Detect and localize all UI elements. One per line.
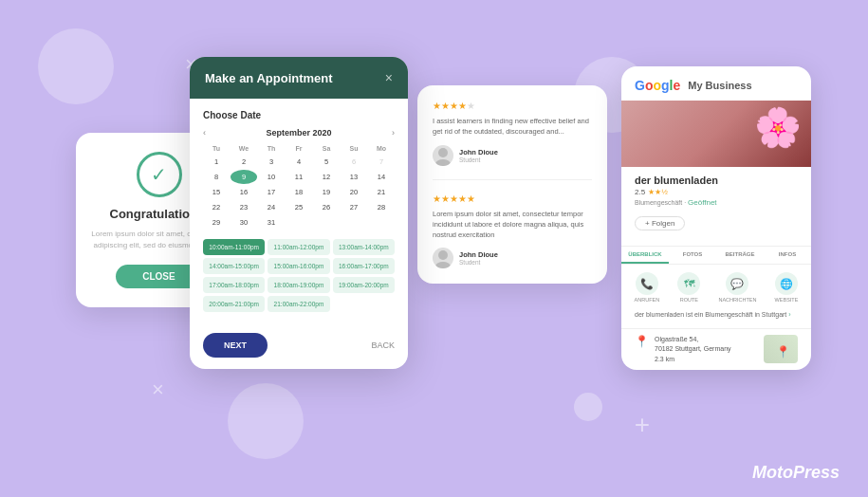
gmb-card: Google My Business 🌸 der blumenladen 2.5… [621, 66, 811, 370]
cal-day[interactable]: 7 [368, 155, 395, 169]
cal-day[interactable]: 19 [313, 185, 340, 199]
cal-day[interactable]: 27 [341, 200, 367, 214]
gmb-image: 🌸 [621, 101, 811, 167]
address-text: Olgastraße 54, 70182 Stuttgart, Germany … [655, 335, 731, 365]
time-slot[interactable]: 21:00am-22:00pm [268, 296, 329, 312]
cal-next[interactable]: › [392, 128, 395, 138]
reviews-card: ★★★★★ I assist learners in finding new e… [417, 85, 607, 284]
time-slot[interactable]: 14:00am-15:00pm [203, 258, 265, 274]
time-slot[interactable]: 10:00am-11:00pm [203, 239, 265, 255]
google-g2: g [661, 78, 670, 93]
action-website[interactable]: 🌐 WEBSITE [775, 272, 799, 303]
choose-date-label: Choose Date [203, 110, 395, 120]
next-button[interactable]: NEXT [203, 333, 268, 358]
cal-day-empty [313, 215, 340, 230]
cal-day[interactable]: 17 [258, 185, 285, 199]
review-stars-2: ★★★★★ [433, 193, 592, 204]
action-anrufen[interactable]: 📞 ANRUFEN [635, 272, 660, 303]
mini-map[interactable]: 📍 [764, 335, 798, 363]
motopress-logo: MotoPress [752, 463, 840, 483]
tab-beitrage[interactable]: BEITRÄGE [716, 247, 764, 264]
time-slots: 10:00am-11:00pm 11:00am-12:00pm 13:00am-… [203, 239, 395, 312]
cal-day[interactable]: 5 [313, 155, 340, 169]
tab-uberblick[interactable]: ÜBERBLICK [621, 247, 669, 264]
cal-day-empty [286, 215, 312, 230]
cal-day[interactable]: 8 [203, 170, 230, 184]
cal-day[interactable]: 2 [231, 155, 257, 169]
reviewer-name-1: John Dioue [459, 148, 498, 156]
time-slot[interactable]: 16:00am-17:00pm [333, 258, 395, 274]
action-label-anrufen: ANRUFEN [635, 297, 660, 303]
action-route[interactable]: 🗺 ROUTE [677, 272, 700, 303]
flower-icon: 🌸 [754, 105, 802, 150]
close-icon[interactable]: × [385, 70, 393, 85]
cal-day[interactable]: 31 [258, 215, 285, 230]
back-link[interactable]: BACK [371, 341, 395, 350]
cal-day[interactable]: 22 [203, 200, 230, 214]
cal-day[interactable]: 20 [341, 185, 367, 199]
cal-prev[interactable]: ‹ [203, 128, 206, 138]
time-slot[interactable]: 17:00am-18:00pm [203, 277, 265, 293]
cal-day[interactable]: 23 [231, 200, 257, 214]
day-header-th: Th [258, 143, 285, 154]
review-item: ★★★★★ I assist learners in finding new e… [433, 101, 592, 180]
time-slot[interactable]: 20:00am-21:00pm [203, 296, 265, 312]
cal-day[interactable]: 11 [286, 170, 312, 184]
time-slot[interactable]: 15:00am-16:00pm [268, 258, 329, 274]
cal-day[interactable]: 18 [286, 185, 312, 199]
time-slot[interactable]: 13:00am-14:00pm [333, 239, 395, 255]
review-text-2: Lorem ipsum dolor sit amet, consectetur … [433, 209, 592, 241]
reviewer-info-1: John Dioue Student [459, 148, 498, 163]
cal-day[interactable]: 6 [341, 155, 367, 169]
description-text: der blumenladen ist ein Blumengeschäft i… [635, 311, 786, 318]
cal-day[interactable]: 15 [203, 185, 230, 199]
reviewer-1: John Dioue Student [433, 145, 592, 166]
calendar-header: ‹ September 2020 › [203, 128, 395, 138]
modal-header: Make an Appointment × [190, 57, 408, 99]
more-link[interactable]: › [788, 311, 790, 318]
reviewer-role-2: Student [459, 259, 498, 266]
cal-day[interactable]: 3 [258, 155, 285, 169]
cal-day-selected[interactable]: 9 [231, 170, 257, 184]
gmb-info: der blumenladen 2.5 ★★½ Blumengeschäft ·… [621, 167, 811, 246]
cal-day-empty [341, 215, 367, 230]
time-slot[interactable]: 18:00am-19:00pm [268, 277, 329, 293]
cal-day[interactable]: 14 [368, 170, 395, 184]
reviewer-name-2: John Dioue [459, 250, 498, 259]
cal-day[interactable]: 1 [203, 155, 230, 169]
shop-rating: 2.5 ★★½ [635, 188, 798, 196]
address-line1: Olgastraße 54, [655, 335, 731, 345]
cal-day[interactable]: 12 [313, 170, 340, 184]
cal-day[interactable]: 29 [203, 215, 230, 230]
map-marker-icon: 📍 [776, 345, 790, 359]
cal-month: September 2020 [266, 128, 331, 138]
reviewer-info-2: John Dioue Student [459, 250, 498, 266]
cal-day[interactable]: 13 [341, 170, 367, 184]
route-icon: 🗺 [677, 272, 700, 295]
follow-button[interactable]: + Folgen [635, 216, 685, 230]
svg-point-0 [438, 148, 448, 157]
gmb-tabs: ÜBERBLICK FOTOS BEITRÄGE INFOS [621, 246, 811, 265]
modal-footer: NEXT BACK [190, 333, 408, 369]
svg-point-3 [435, 262, 451, 268]
review-item-2: ★★★★★ Lorem ipsum dolor sit amet, consec… [433, 193, 592, 269]
phone-icon: 📞 [636, 272, 658, 295]
tab-fotos[interactable]: FOTOS [669, 247, 716, 264]
cal-day[interactable]: 21 [368, 185, 395, 199]
cal-day[interactable]: 25 [286, 200, 312, 214]
rating-number: 2.5 [635, 188, 645, 196]
cal-day[interactable]: 28 [368, 200, 395, 214]
cal-day[interactable]: 30 [231, 215, 257, 230]
cal-day[interactable]: 16 [231, 185, 257, 199]
action-nachrichten[interactable]: 💬 NACHRICHTEN [718, 272, 756, 303]
cal-day[interactable]: 10 [258, 170, 285, 184]
shop-name: der blumenladen [635, 175, 798, 186]
time-slot[interactable]: 19:00am-20:00pm [333, 277, 395, 293]
time-slot[interactable]: 11:00am-12:00pm [268, 239, 329, 255]
cal-day[interactable]: 4 [286, 155, 312, 169]
cal-day[interactable]: 24 [258, 200, 285, 214]
reviewer-role-1: Student [459, 156, 498, 163]
cal-day[interactable]: 26 [313, 200, 340, 214]
tab-infos[interactable]: INFOS [764, 247, 811, 264]
day-header-mo: Mo [368, 143, 395, 154]
